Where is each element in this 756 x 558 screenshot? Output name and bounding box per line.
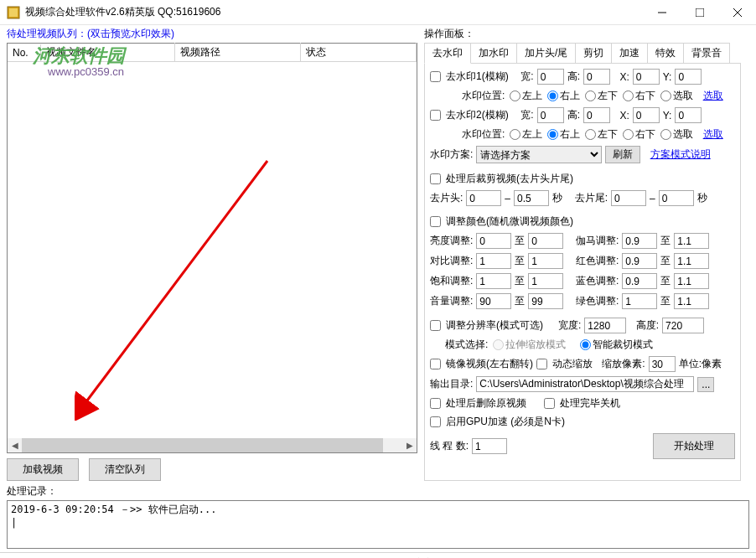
contrast-from[interactable]	[476, 253, 511, 269]
mirror-checkbox[interactable]	[430, 359, 441, 369]
svg-rect-3	[696, 8, 704, 17]
bright-from[interactable]	[476, 233, 511, 249]
tab-speed[interactable]: 加速	[611, 43, 648, 63]
close-button[interactable]	[718, 0, 756, 24]
col-path[interactable]: 视频路径	[175, 43, 301, 62]
tab-cut[interactable]: 剪切	[575, 43, 612, 63]
wm1-checkbox[interactable]	[430, 71, 441, 82]
resolution-checkbox[interactable]	[430, 320, 441, 331]
wm2-pos-bl[interactable]	[585, 129, 596, 140]
shutdown-checkbox[interactable]	[544, 398, 555, 409]
mode-stretch[interactable]	[493, 339, 504, 350]
dynamic-zoom-checkbox[interactable]	[536, 359, 547, 369]
log-title: 处理记录：	[7, 484, 749, 499]
tab-head-tail[interactable]: 加片头/尾	[516, 43, 576, 63]
tab-effect[interactable]: 特效	[647, 43, 684, 63]
gamma-to[interactable]	[674, 233, 709, 249]
wm2-checkbox[interactable]	[430, 110, 441, 121]
blue-to[interactable]	[674, 273, 709, 289]
mode-smart[interactable]	[580, 339, 591, 350]
res-height[interactable]	[662, 318, 704, 333]
crop-head-from[interactable]	[466, 190, 501, 206]
maximize-button[interactable]	[681, 0, 718, 24]
output-dir-input[interactable]	[476, 376, 694, 392]
scheme-select[interactable]: 请选择方案	[476, 146, 602, 163]
svg-rect-1	[9, 8, 18, 17]
gpu-checkbox[interactable]	[430, 416, 441, 427]
wm2-pos-tr[interactable]	[547, 129, 558, 140]
col-name[interactable]: 视频文件名	[41, 43, 175, 62]
tab-add-watermark[interactable]: 加水印	[470, 43, 517, 63]
wm1-pick-link[interactable]: 选取	[703, 89, 723, 103]
log-line: 2019-6-3 09:20:54 －>> 软件已启动...	[11, 503, 745, 517]
minimize-button[interactable]	[643, 0, 681, 24]
tab-bgm[interactable]: 背景音	[683, 43, 730, 63]
wm2-height-input[interactable]	[583, 107, 610, 123]
log-cursor: |	[11, 517, 745, 529]
wm1-pos-pick[interactable]	[660, 90, 671, 101]
wm2-y-input[interactable]	[675, 107, 702, 123]
app-icon	[7, 6, 20, 19]
wm1-pos-tl[interactable]	[510, 90, 520, 101]
operation-panel-title: 操作面板：	[424, 27, 741, 41]
volume-to[interactable]	[528, 293, 563, 309]
wm1-pos-bl[interactable]	[585, 90, 596, 101]
contrast-to[interactable]	[528, 253, 563, 269]
zoom-pixel[interactable]	[649, 356, 676, 372]
blue-from[interactable]	[622, 273, 657, 289]
arrow-annotation	[75, 152, 293, 421]
saturate-from[interactable]	[476, 273, 511, 289]
volume-from[interactable]	[476, 293, 511, 309]
green-from[interactable]	[622, 293, 657, 309]
log-box[interactable]: 2019-6-3 09:20:54 －>> 软件已启动... |	[7, 500, 749, 549]
col-no[interactable]: No.	[8, 44, 41, 61]
threads-input[interactable]	[472, 438, 507, 454]
queue-title: 待处理视频队列：(双击预览水印效果)	[7, 27, 417, 41]
video-queue-table[interactable]: No. 视频文件名 视频路径 状态 河东软件园 www.pc0359.cn ◀ …	[7, 43, 417, 453]
res-width[interactable]	[584, 318, 626, 333]
wm2-label: 去水印2(模糊)	[446, 108, 509, 122]
wm2-x-input[interactable]	[633, 107, 660, 123]
wm1-y-input[interactable]	[675, 69, 702, 85]
refresh-button[interactable]: 刷新	[605, 146, 640, 163]
svg-line-9	[85, 161, 267, 404]
wm1-width-input[interactable]	[537, 69, 564, 85]
bright-to[interactable]	[528, 233, 563, 249]
crop-head-to[interactable]	[514, 190, 549, 206]
scheme-help-link[interactable]: 方案模式说明	[650, 147, 711, 162]
color-checkbox[interactable]	[430, 216, 441, 227]
wm2-pos-tl[interactable]	[510, 129, 520, 140]
scroll-thumb[interactable]	[22, 438, 383, 452]
red-from[interactable]	[622, 253, 657, 269]
wm1-x-input[interactable]	[633, 69, 660, 85]
wm1-pos-br[interactable]	[623, 90, 634, 101]
wm2-pos-br[interactable]	[623, 129, 634, 140]
green-to[interactable]	[674, 293, 709, 309]
crop-checkbox[interactable]	[430, 173, 441, 184]
tab-remove-watermark[interactable]: 去水印	[424, 43, 471, 64]
delete-after-checkbox[interactable]	[430, 398, 441, 409]
wm2-pos-pick[interactable]	[660, 129, 671, 140]
clear-queue-button[interactable]: 清空队列	[89, 458, 161, 481]
wm1-pos-tr[interactable]	[547, 90, 558, 101]
crop-tail-from[interactable]	[611, 190, 646, 206]
browse-button[interactable]: ...	[697, 377, 714, 392]
window-title: 视频综合处理软件v2.6精英版 QQ:51619606	[25, 5, 643, 19]
scroll-right-button[interactable]: ▶	[402, 438, 417, 452]
horizontal-scrollbar[interactable]: ◀ ▶	[8, 438, 417, 452]
scroll-left-button[interactable]: ◀	[8, 438, 22, 452]
wm2-width-input[interactable]	[537, 107, 564, 123]
start-processing-button[interactable]: 开始处理	[653, 433, 735, 459]
col-status[interactable]: 状态	[301, 43, 417, 62]
wm2-pick-link[interactable]: 选取	[703, 127, 723, 142]
svg-text:www.pc0359.cn: www.pc0359.cn	[47, 65, 124, 78]
saturate-to[interactable]	[528, 273, 563, 289]
gamma-from[interactable]	[622, 233, 657, 249]
red-to[interactable]	[674, 253, 709, 269]
crop-tail-to[interactable]	[659, 190, 694, 206]
wm1-height-input[interactable]	[583, 69, 610, 85]
wm1-label: 去水印1(模糊)	[446, 70, 509, 84]
load-video-button[interactable]: 加载视频	[7, 458, 79, 481]
